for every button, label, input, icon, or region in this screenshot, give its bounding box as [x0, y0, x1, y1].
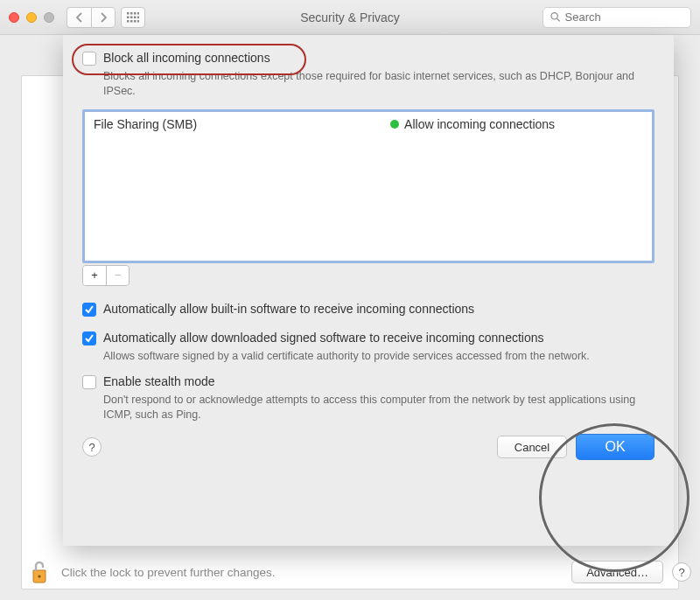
- svg-rect-2: [134, 12, 136, 15]
- svg-rect-5: [130, 16, 133, 18]
- svg-rect-10: [134, 20, 136, 23]
- auto-signed-checkbox[interactable]: [82, 331, 96, 345]
- lock-text: Click the lock to prevent further change…: [61, 566, 571, 579]
- show-all-prefs-button[interactable]: [121, 7, 145, 28]
- svg-point-14: [38, 575, 40, 577]
- list-item-app: File Sharing (SMB): [94, 117, 390, 131]
- help-button[interactable]: ?: [82, 437, 102, 457]
- add-app-button[interactable]: +: [83, 266, 106, 285]
- stealth-desc: Don't respond to or acknowledge attempts…: [103, 393, 654, 422]
- chevron-left-icon: [75, 12, 84, 23]
- svg-rect-8: [127, 20, 130, 23]
- svg-rect-7: [137, 16, 139, 18]
- firewall-app-list[interactable]: File Sharing (SMB) Allow incoming connec…: [82, 109, 654, 263]
- svg-rect-11: [137, 20, 139, 23]
- grid-icon: [127, 12, 139, 23]
- block-all-checkbox[interactable]: [82, 52, 96, 66]
- svg-point-12: [551, 13, 557, 19]
- svg-rect-1: [130, 12, 133, 15]
- auto-signed-desc: Allows software signed by a valid certif…: [103, 349, 654, 364]
- list-item[interactable]: File Sharing (SMB) Allow incoming connec…: [94, 117, 643, 131]
- svg-line-13: [557, 18, 560, 21]
- search-field-wrap[interactable]: [542, 7, 691, 28]
- plus-icon: +: [91, 269, 98, 282]
- minus-icon: −: [115, 269, 122, 282]
- block-all-label: Block all incoming connections: [103, 51, 270, 65]
- auto-signed-label: Automatically allow downloaded signed so…: [103, 331, 544, 345]
- chevron-right-icon: [99, 12, 108, 23]
- advanced-button[interactable]: Advanced…: [571, 561, 663, 583]
- bottom-bar: Click the lock to prevent further change…: [9, 553, 691, 591]
- minimize-window-icon[interactable]: [26, 12, 37, 23]
- svg-rect-6: [134, 16, 136, 18]
- lock-icon[interactable]: [30, 559, 49, 586]
- back-button[interactable]: [66, 7, 91, 28]
- svg-rect-3: [137, 12, 139, 15]
- prefs-help-button[interactable]: ?: [672, 562, 691, 582]
- auto-builtin-checkbox[interactable]: [82, 303, 96, 317]
- zoom-window-icon: [44, 12, 54, 23]
- search-icon: [550, 11, 561, 23]
- auto-builtin-label: Automatically allow built-in software to…: [103, 302, 474, 316]
- ok-button[interactable]: OK: [576, 434, 654, 460]
- cancel-button[interactable]: Cancel: [497, 436, 567, 458]
- titlebar: Security & Privacy: [0, 0, 700, 35]
- remove-app-button[interactable]: −: [106, 266, 129, 285]
- search-input[interactable]: [565, 10, 683, 24]
- list-item-status: Allow incoming connections: [404, 117, 555, 131]
- window-controls: [9, 12, 54, 23]
- status-dot-icon: [390, 120, 399, 129]
- svg-rect-9: [130, 20, 133, 23]
- close-window-icon[interactable]: [9, 12, 19, 23]
- svg-rect-0: [127, 12, 130, 15]
- block-all-desc: Blocks all incoming connections except t…: [103, 69, 654, 99]
- firewall-options-sheet: Block all incoming connections Blocks al…: [63, 35, 674, 546]
- stealth-checkbox[interactable]: [82, 375, 96, 389]
- list-item-status-wrap[interactable]: Allow incoming connections: [390, 117, 555, 131]
- stealth-label: Enable stealth mode: [103, 374, 215, 388]
- forward-button[interactable]: [91, 7, 116, 28]
- svg-rect-4: [127, 16, 130, 18]
